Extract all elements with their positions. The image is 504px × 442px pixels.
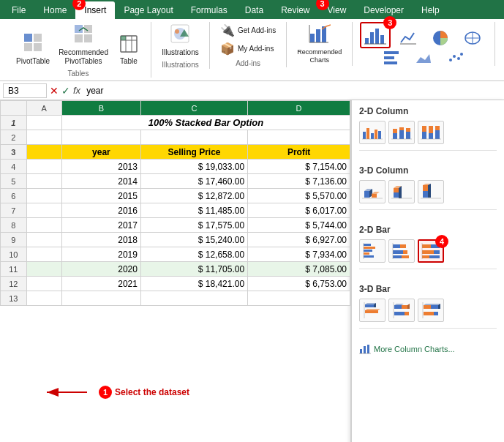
cell-reference[interactable]: B3 <box>3 83 47 98</box>
svg-rect-67 <box>394 192 399 198</box>
more-column-charts-link[interactable]: More Column Charts... <box>359 343 497 355</box>
cell-8b[interactable]: 2017 <box>61 218 140 233</box>
3d-stacked-column-chart[interactable] <box>388 180 415 203</box>
svg-rect-47 <box>393 133 397 139</box>
cell-13d <box>248 291 350 306</box>
col-header-d[interactable]: D <box>248 101 350 116</box>
pivottable-button[interactable]: PivotTable <box>13 31 53 67</box>
cell-7b[interactable]: 2016 <box>61 203 140 218</box>
col-header-b[interactable]: B <box>61 101 140 116</box>
tab-formulas[interactable]: Formulas <box>182 1 236 19</box>
cell-8d[interactable]: $ 5,744.00 <box>248 218 350 233</box>
cell-5d[interactable]: $ 7,136.00 <box>248 174 350 189</box>
cell-11d[interactable]: $ 7,085.00 <box>248 262 350 277</box>
formula-input[interactable]: year <box>86 86 501 96</box>
tab-pagelayout[interactable]: Page Layout <box>115 1 181 19</box>
cell-9b[interactable]: 2018 <box>61 233 140 247</box>
stacked-bar-chart[interactable] <box>388 239 415 263</box>
header-price[interactable]: Selling Price <box>140 145 247 160</box>
tab-help[interactable]: Help <box>413 1 448 19</box>
table-button[interactable]: Table <box>114 34 143 67</box>
cell-5b[interactable]: 2014 <box>61 174 140 189</box>
stacked-column-chart[interactable] <box>388 121 415 144</box>
recommended-pivottables-button[interactable]: RecommendedPivotTables <box>56 22 111 67</box>
100pct-stacked-column-chart[interactable] <box>418 121 444 144</box>
cell-9d[interactable]: $ 6,927.00 <box>248 233 350 247</box>
insert-area-chart-button[interactable] <box>409 50 438 66</box>
badge-panel-selection: 4 <box>435 235 448 248</box>
cell-4d[interactable]: $ 7,154.00 <box>248 160 350 174</box>
illustrations-label: Illustrations <box>162 48 199 57</box>
corner-cell <box>1 101 27 116</box>
svg-rect-52 <box>406 128 410 132</box>
cell-4c[interactable]: $ 19,033.00 <box>140 160 247 174</box>
confirm-icon[interactable]: ✓ <box>61 85 70 97</box>
svg-rect-84 <box>400 244 406 248</box>
svg-rect-59 <box>435 126 440 130</box>
tab-file[interactable]: File <box>3 1 34 19</box>
3d-100pct-stacked-bar-chart[interactable] <box>418 299 444 322</box>
my-addins-button[interactable]: 📦 My Add-ins <box>217 40 279 57</box>
header-year[interactable]: year <box>61 145 140 160</box>
pivottable-icon <box>23 32 43 56</box>
tab-developer[interactable]: Developer <box>355 1 413 19</box>
insert-pie-chart-button[interactable] <box>426 28 455 48</box>
cell-13a <box>26 291 61 306</box>
tab-review[interactable]: Review <box>272 1 318 19</box>
col-header-c[interactable]: C <box>140 101 247 116</box>
tables-group-label: Tables <box>68 70 89 78</box>
col-header-a[interactable]: A <box>26 101 61 116</box>
tab-home[interactable]: Home <box>34 1 75 19</box>
recommended-charts-button[interactable]: RecommendedCharts <box>294 22 345 66</box>
clustered-column-chart[interactable] <box>359 121 385 144</box>
cell-4b[interactable]: 2013 <box>61 160 140 174</box>
header-empty <box>26 145 61 160</box>
insert-scatter-chart-button[interactable] <box>441 50 470 66</box>
cancel-icon[interactable]: ✕ <box>50 85 59 97</box>
cell-12c[interactable]: $ 18,421.00 <box>140 277 247 291</box>
illustrations-button[interactable]: Illustrations <box>159 22 202 59</box>
cell-7d[interactable]: $ 6,017.00 <box>248 203 350 218</box>
clustered-bar-chart[interactable] <box>359 239 385 263</box>
illustrations-icon <box>170 23 190 47</box>
panel-section-2d-bar: 2-D Bar <box>352 219 504 278</box>
tab-view[interactable]: View 3 <box>319 1 356 19</box>
cell-10b[interactable]: 2019 <box>61 247 140 262</box>
insert-line-chart-button[interactable] <box>394 28 423 48</box>
cell-5c[interactable]: $ 17,460.00 <box>140 174 247 189</box>
svg-rect-79 <box>364 250 372 252</box>
svg-rect-7 <box>84 34 92 42</box>
empty-2c <box>140 130 247 145</box>
cell-13c <box>140 291 247 306</box>
cell-6b[interactable]: 2015 <box>61 189 140 203</box>
3d-stacked-bar-chart[interactable] <box>388 299 415 322</box>
cell-12b[interactable]: 2021 <box>61 277 140 291</box>
svg-rect-34 <box>384 61 397 64</box>
cell-11b[interactable]: 2020 <box>61 262 140 277</box>
cell-10d[interactable]: $ 7,934.00 <box>248 247 350 262</box>
tab-insert[interactable]: Insert 2 <box>75 1 115 19</box>
chart-icons-3d-bar <box>359 299 497 322</box>
cell-6d[interactable]: $ 5,570.00 <box>248 189 350 203</box>
get-addins-button[interactable]: 🔌 Get Add-ins <box>217 22 279 39</box>
3d-clustered-column-chart[interactable] <box>359 180 385 203</box>
cell-8c[interactable]: $ 17,575.00 <box>140 218 247 233</box>
my-addins-icon: 📦 <box>220 42 235 56</box>
cell-7c[interactable]: $ 11,485.00 <box>140 203 247 218</box>
3d-clustered-bar-chart[interactable] <box>359 299 385 322</box>
svg-rect-107 <box>394 312 405 315</box>
function-icon[interactable]: fx <box>73 85 80 97</box>
insert-bar-chart-button[interactable] <box>377 50 406 66</box>
100pct-stacked-bar-chart[interactable]: 4 <box>418 239 444 263</box>
svg-rect-93 <box>422 250 434 254</box>
cell-10c[interactable]: $ 12,658.00 <box>140 247 247 262</box>
cell-12d[interactable]: $ 6,753.00 <box>248 277 350 291</box>
header-profit[interactable]: Profit <box>248 145 350 160</box>
cell-9c[interactable]: $ 15,240.00 <box>140 233 247 247</box>
tab-data[interactable]: Data <box>236 1 272 19</box>
insert-map-chart-button[interactable] <box>458 28 487 48</box>
cell-6c[interactable]: $ 12,872.00 <box>140 189 247 203</box>
annotation-text: Select the dataset <box>115 387 189 397</box>
cell-11c[interactable]: $ 11,705.00 <box>140 262 247 277</box>
3d-100pct-stacked-column-chart[interactable] <box>418 180 444 203</box>
